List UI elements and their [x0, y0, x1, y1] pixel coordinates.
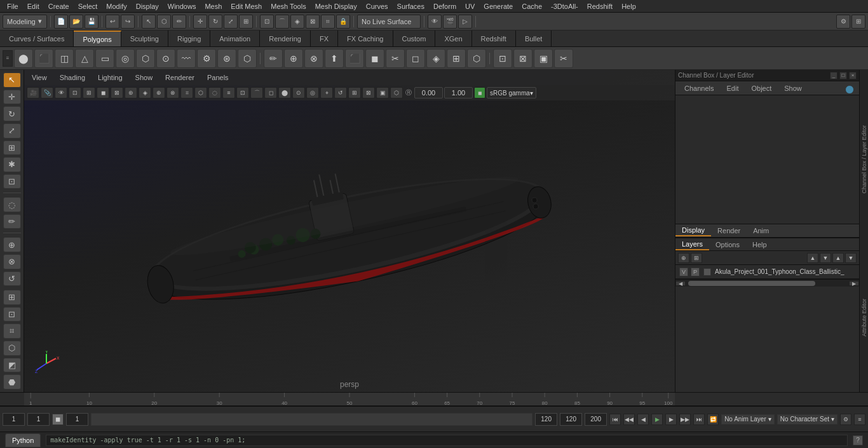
playback-range-bar[interactable]	[91, 413, 532, 426]
layer-move-up-btn[interactable]: ▲	[807, 253, 818, 263]
tab-custom[interactable]: Custom	[393, 31, 436, 46]
camera-orbit[interactable]: ↺	[3, 271, 21, 287]
workspace-dropdown[interactable]: Modeling ▾	[3, 15, 47, 29]
menu-generate[interactable]: Generate	[479, 1, 517, 11]
vc-btn22[interactable]: ⌖	[320, 87, 333, 98]
tab-redshift[interactable]: Redshift	[472, 31, 516, 46]
universal-manip[interactable]: ⊞	[3, 140, 21, 156]
vc-btn4[interactable]: ⊡	[69, 87, 81, 98]
vc-btn7[interactable]: ⊠	[111, 87, 123, 98]
shelf-torus[interactable]: ◎	[116, 49, 135, 68]
magnet-btn[interactable]: 🔒	[336, 15, 350, 29]
camera-track[interactable]: ⊗	[3, 254, 21, 269]
menu-mesh[interactable]: Mesh	[200, 1, 226, 11]
new-file-btn[interactable]: 📄	[54, 15, 68, 29]
vc-btn15[interactable]: ≡	[222, 87, 235, 98]
render-btn[interactable]: 🎬	[443, 15, 457, 29]
vc-btn9[interactable]: ◈	[139, 87, 151, 98]
menu-deform[interactable]: Deform	[429, 1, 461, 11]
camera-dolly[interactable]: ⊕	[3, 237, 21, 252]
snap-surface-btn[interactable]: ⊠	[306, 15, 320, 29]
layer-visibility-btn[interactable]: V	[679, 268, 688, 276]
shelf-mirror[interactable]: ⬡	[467, 49, 486, 68]
vc-btn20[interactable]: ⊙	[292, 87, 305, 98]
menu-windows[interactable]: Windows	[163, 1, 201, 11]
show-manip[interactable]: ⊡	[3, 174, 21, 189]
save-file-btn[interactable]: 💾	[85, 15, 98, 29]
scale-tool-btn[interactable]: ⤢	[224, 15, 238, 29]
shelf-gear[interactable]: ⚙	[197, 49, 216, 68]
prev-frame-btn[interactable]: ◀	[637, 414, 649, 425]
range-input[interactable]	[66, 413, 88, 426]
camera-btn[interactable]: 👁	[428, 15, 442, 29]
shelf-bevel[interactable]: ◼	[365, 49, 384, 68]
shelf-multicut[interactable]: ✂	[386, 49, 405, 68]
tab-bullet[interactable]: Bullet	[516, 31, 552, 46]
paint-select-btn[interactable]: ✏	[172, 15, 186, 29]
scroll-right-btn[interactable]: ▶	[849, 281, 859, 286]
shelf-prism[interactable]: ⬡	[136, 49, 155, 68]
vc-btn19[interactable]: ⬤	[278, 87, 291, 98]
cb-minimize-btn[interactable]: _	[830, 72, 837, 79]
cb-maximize-btn[interactable]: □	[839, 72, 847, 79]
layout-btn[interactable]: ⊞	[851, 15, 865, 29]
vc-btn8[interactable]: ⊛	[125, 87, 137, 98]
vc-btn16[interactable]: ⊡	[236, 87, 249, 98]
color-space-dropdown[interactable]: sRGB gamma ▾	[487, 87, 536, 98]
shelf-smooth[interactable]: ◈	[426, 49, 445, 68]
vc-btn26[interactable]: ▣	[376, 87, 389, 98]
menu-cache[interactable]: Cache	[517, 1, 546, 11]
shelf-separate[interactable]: ⊗	[304, 49, 323, 68]
soft-modify[interactable]: ✱	[3, 157, 21, 172]
vc-btn23[interactable]: ↺	[334, 87, 347, 98]
layers-tab-options[interactable]: Options	[709, 238, 746, 250]
color-space-icon[interactable]: ◼	[474, 87, 485, 98]
no-character-set-dropdown[interactable]: No Character Set ▾	[777, 414, 837, 424]
scene-assembly[interactable]: ⬣	[3, 374, 21, 390]
step-forward-btn[interactable]: ▶▶	[679, 414, 691, 425]
shelf-soccer[interactable]: ⊛	[217, 49, 236, 68]
frame-input2[interactable]	[27, 413, 50, 426]
python-tab[interactable]: Python	[5, 433, 41, 447]
snap-to-grid[interactable]: ⌗	[3, 323, 21, 339]
shelf-cone[interactable]: △	[75, 49, 94, 68]
shelf-plane[interactable]: ▭	[95, 49, 114, 68]
ipr-btn[interactable]: ▷	[458, 15, 472, 29]
select-tool[interactable]: ↖	[3, 72, 21, 88]
anim-end-input[interactable]	[585, 413, 607, 426]
no-anim-layer-dropdown[interactable]: No Anim Layer ▾	[721, 414, 775, 424]
redo-btn[interactable]: ↪	[121, 15, 135, 29]
menu-curves[interactable]: Curves	[362, 1, 393, 11]
namespace-btn[interactable]: ◩	[3, 358, 21, 373]
snap-view-btn[interactable]: ⌗	[321, 15, 335, 29]
step-back-btn[interactable]: ◀◀	[623, 414, 635, 425]
lasso-select[interactable]: ◌	[3, 197, 21, 212]
scroll-left-btn[interactable]: ◀	[675, 281, 686, 286]
shelf-boolean[interactable]: ⊞	[447, 49, 466, 68]
shelf-sphere[interactable]: ⬤	[14, 49, 33, 68]
shelf-pipe[interactable]: ⊙	[156, 49, 175, 68]
range-end-input[interactable]	[560, 413, 582, 426]
menu-file[interactable]: File	[3, 1, 23, 11]
vc-btn21[interactable]: ◎	[306, 87, 319, 98]
current-frame-input[interactable]	[3, 413, 25, 426]
menu-uv[interactable]: UV	[461, 1, 479, 11]
vc-btn5[interactable]: ⊞	[83, 87, 95, 98]
menu-mesh-display[interactable]: Mesh Display	[311, 1, 362, 11]
shelf-uv-editor[interactable]: ⊡	[493, 49, 512, 68]
layer-new-empty-btn[interactable]: ⊞	[691, 253, 702, 263]
layer-options-btn[interactable]: ▲	[832, 253, 844, 263]
cb-tab-object[interactable]: Object	[745, 83, 778, 93]
tab-animation[interactable]: Animation	[210, 31, 260, 46]
rotate-tool-btn[interactable]: ↻	[208, 15, 222, 29]
settings-btn[interactable]: ⚙	[836, 15, 850, 29]
tab-sculpting[interactable]: Sculpting	[121, 31, 168, 46]
loop-btn[interactable]: 🔁	[707, 414, 719, 425]
vp-menu-shading[interactable]: Shading	[57, 72, 88, 83]
tab-polygons[interactable]: Polygons	[74, 31, 121, 46]
vp-menu-show[interactable]: Show	[133, 72, 156, 83]
quick-select[interactable]: ⬡	[3, 341, 21, 356]
vc-btn27[interactable]: ⬡	[390, 87, 403, 98]
vp-menu-panels[interactable]: Panels	[205, 72, 231, 83]
vc-btn24[interactable]: ⊞	[348, 87, 361, 98]
